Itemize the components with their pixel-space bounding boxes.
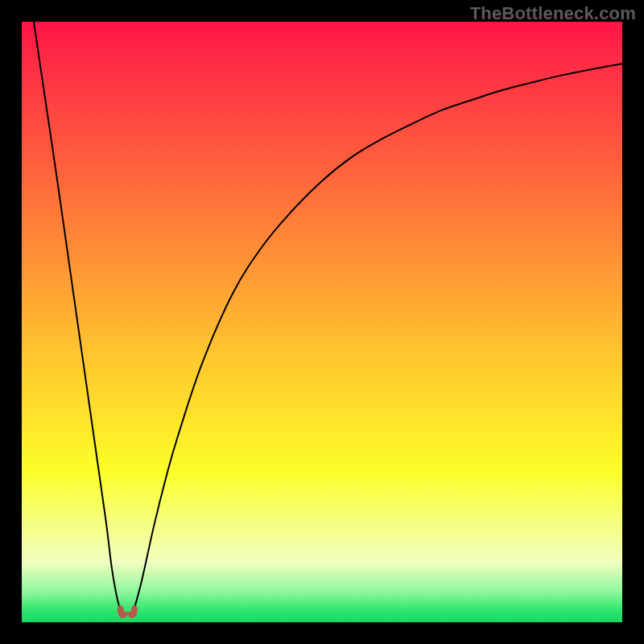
curve-right-branch — [134, 64, 622, 611]
outer-frame: TheBottleneck.com — [0, 0, 644, 644]
chart-plot-area — [22, 22, 622, 622]
curve-left-branch — [34, 22, 122, 612]
bottleneck-curve — [22, 22, 622, 622]
minimum-marker — [118, 606, 137, 618]
